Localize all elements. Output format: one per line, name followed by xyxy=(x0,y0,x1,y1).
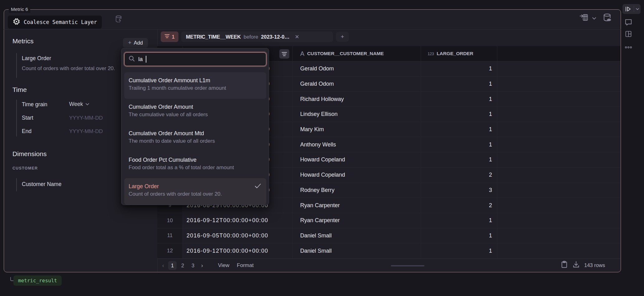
dropdown-item[interactable]: Food Order Pct Cumulative Food order tot… xyxy=(124,152,266,178)
dropdown-item[interactable]: Cumulative Order Ammount L1m Trailing 1 … xyxy=(124,72,266,99)
header-divider xyxy=(4,29,621,30)
more-options-icon[interactable] xyxy=(625,45,632,50)
table-footer: ‹ 1 2 3 › View Format xyxy=(157,259,620,272)
dropdown-item[interactable]: Cumulative Order Amount The cumulative v… xyxy=(124,99,266,125)
run-options-chevron-icon[interactable] xyxy=(634,7,641,11)
coalesce-logo-icon xyxy=(13,18,20,26)
check-icon xyxy=(254,183,261,190)
start-label: Start xyxy=(22,115,33,121)
brand-chip: Coalesce Semantic Layer xyxy=(8,16,102,29)
chevron-down-icon xyxy=(85,101,90,107)
time-group xyxy=(16,100,17,136)
string-type-icon: A xyxy=(300,50,304,57)
copy-icon[interactable] xyxy=(561,260,568,270)
dimension-item-name[interactable]: Customer Name xyxy=(22,181,61,188)
screen: Metric 6 Coalesce Semantic Layer xyxy=(0,0,644,296)
empty-column-header xyxy=(497,46,620,61)
close-icon[interactable]: ✕ xyxy=(295,34,299,40)
layout-icon[interactable] xyxy=(625,30,632,39)
table-row[interactable]: 12 2016-09-12T00:00:00+00:00 Daniel Smal… xyxy=(157,243,620,259)
database-lightning-icon[interactable] xyxy=(115,15,123,25)
view-menu-button[interactable]: View xyxy=(218,262,230,269)
horizontal-scrollbar-thumb[interactable] xyxy=(391,265,424,266)
dropdown-item-selected[interactable]: Large Order Count of orders with order t… xyxy=(124,178,266,205)
page-button-3[interactable]: 3 xyxy=(189,261,197,270)
filter-count: 1 xyxy=(172,34,174,40)
metric-item-group xyxy=(16,53,17,78)
dimension-item-group xyxy=(16,178,17,191)
time-grain-select[interactable]: Week xyxy=(69,101,90,107)
database-preview-icon[interactable] xyxy=(602,13,613,24)
customer-column-label: CUSTOMER__CUSTOMER_NAME xyxy=(307,51,384,56)
table-row[interactable]: 11 2016-09-05T00:00:00+00:00 Daniel Smal… xyxy=(157,228,620,244)
dimensions-heading: Dimensions xyxy=(12,150,47,158)
large-order-column-label: LARGE_ORDER xyxy=(437,51,473,56)
chevron-down-icon[interactable] xyxy=(592,16,597,21)
result-variable-chip[interactable]: metric_result xyxy=(13,275,62,286)
add-metric-button[interactable]: + Add xyxy=(123,38,148,48)
column-filter-button[interactable] xyxy=(279,49,289,59)
metric-item-description: Count of orders with order total over 20… xyxy=(22,65,115,72)
text-caret xyxy=(146,56,146,63)
metric-search-dropdown: la Cumulative Order Ammount L1m Trailing… xyxy=(121,48,269,205)
filter-count-badge[interactable]: 1 xyxy=(161,31,178,42)
prev-page-button[interactable]: ‹ xyxy=(159,262,167,269)
filter-operator: before xyxy=(244,34,258,40)
search-icon xyxy=(128,55,135,63)
comment-icon[interactable] xyxy=(624,18,632,27)
add-filter-button[interactable]: + xyxy=(336,32,349,42)
filter-chip[interactable]: METRIC_TIME__WEEK before 2023-12-0… ✕ xyxy=(181,31,333,42)
table-output-icon[interactable] xyxy=(579,13,589,23)
search-query: la xyxy=(138,56,143,63)
metric-search-input[interactable]: la xyxy=(124,52,266,66)
end-label: End xyxy=(22,128,31,135)
result-variable-name: metric_result xyxy=(18,278,57,284)
filter-field: METRIC_TIME__WEEK xyxy=(186,34,241,40)
run-cell-button-group xyxy=(623,4,641,14)
cell-title: Metric 6 xyxy=(9,6,30,13)
metrics-heading: Metrics xyxy=(12,37,34,45)
time-heading: Time xyxy=(12,86,27,93)
dropdown-item[interactable]: Cumulative Order Amount Mtd The month to… xyxy=(124,125,266,152)
start-date-input[interactable]: YYYY-MM-DD xyxy=(69,115,103,121)
plus-icon: + xyxy=(128,39,131,46)
next-page-button[interactable]: › xyxy=(198,262,206,269)
end-date-input[interactable]: YYYY-MM-DD xyxy=(69,128,103,135)
page-button-2[interactable]: 2 xyxy=(178,261,187,270)
number-type-icon: 123 xyxy=(428,51,434,56)
filter-value: 2023-12-0… xyxy=(261,34,290,40)
time-grain-value: Week xyxy=(69,101,83,107)
format-menu-button[interactable]: Format xyxy=(237,262,254,269)
time-grain-label: Time grain xyxy=(22,101,47,108)
add-button-label: Add xyxy=(134,40,143,46)
plus-icon: + xyxy=(341,33,344,40)
run-icon[interactable] xyxy=(623,6,634,12)
brand-label: Coalesce Semantic Layer xyxy=(24,19,97,25)
table-row[interactable]: 10 2016-09-12T00:00:00+00:00 Ryan Carpen… xyxy=(157,213,620,228)
download-icon[interactable] xyxy=(572,260,580,270)
filter-icon xyxy=(164,34,170,40)
table-actions: 143 rows xyxy=(561,260,605,270)
page-button-1[interactable]: 1 xyxy=(168,261,177,270)
customer-column-header[interactable]: A CUSTOMER__CUSTOMER_NAME xyxy=(293,46,421,61)
dimension-group-label: CUSTOMER xyxy=(12,166,38,170)
large-order-column-header[interactable]: 123 LARGE_ORDER xyxy=(421,46,497,61)
metric-item-name[interactable]: Large Order xyxy=(22,55,51,62)
row-count: 143 rows xyxy=(584,262,605,268)
